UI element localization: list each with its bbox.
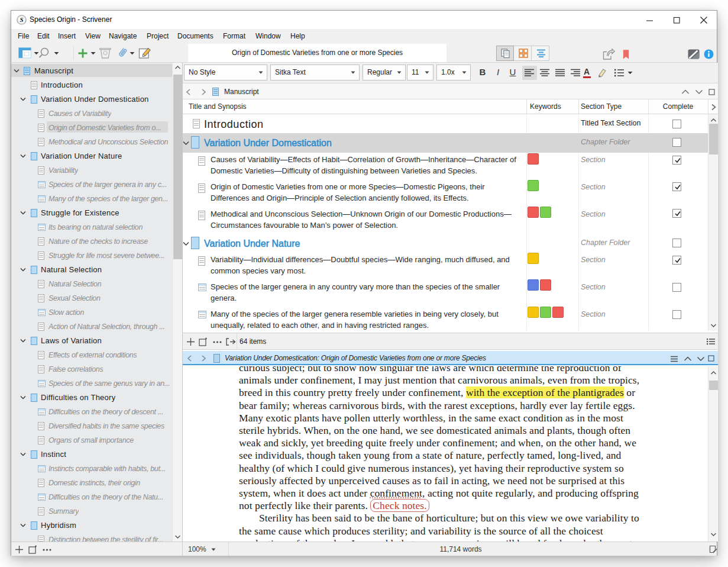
svg-text:S: S (20, 16, 23, 23)
